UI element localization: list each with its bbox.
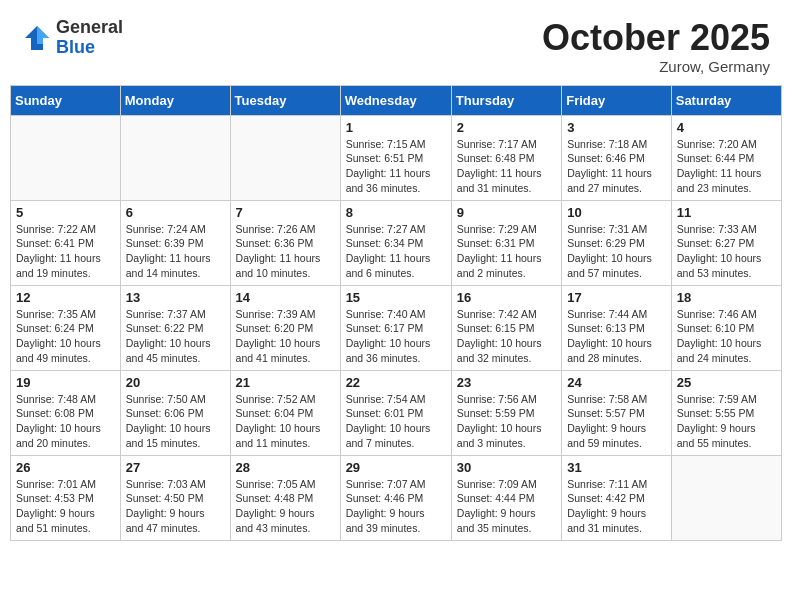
day-number: 18 — [677, 290, 776, 305]
day-number: 24 — [567, 375, 666, 390]
calendar-cell: 18Sunrise: 7:46 AM Sunset: 6:10 PM Dayli… — [671, 285, 781, 370]
column-header-sunday: Sunday — [11, 85, 121, 115]
day-info: Sunrise: 7:11 AM Sunset: 4:42 PM Dayligh… — [567, 477, 666, 536]
calendar-cell — [120, 115, 230, 200]
week-row-5: 26Sunrise: 7:01 AM Sunset: 4:53 PM Dayli… — [11, 455, 782, 540]
week-row-3: 12Sunrise: 7:35 AM Sunset: 6:24 PM Dayli… — [11, 285, 782, 370]
calendar-cell: 9Sunrise: 7:29 AM Sunset: 6:31 PM Daylig… — [451, 200, 561, 285]
calendar-cell: 22Sunrise: 7:54 AM Sunset: 6:01 PM Dayli… — [340, 370, 451, 455]
day-info: Sunrise: 7:48 AM Sunset: 6:08 PM Dayligh… — [16, 392, 115, 451]
day-info: Sunrise: 7:39 AM Sunset: 6:20 PM Dayligh… — [236, 307, 335, 366]
column-header-thursday: Thursday — [451, 85, 561, 115]
calendar-header-row: SundayMondayTuesdayWednesdayThursdayFrid… — [11, 85, 782, 115]
day-info: Sunrise: 7:44 AM Sunset: 6:13 PM Dayligh… — [567, 307, 666, 366]
day-number: 30 — [457, 460, 556, 475]
logo-icon — [22, 23, 52, 53]
day-info: Sunrise: 7:20 AM Sunset: 6:44 PM Dayligh… — [677, 137, 776, 196]
day-info: Sunrise: 7:31 AM Sunset: 6:29 PM Dayligh… — [567, 222, 666, 281]
title-block: October 2025 Zurow, Germany — [542, 18, 770, 75]
day-number: 27 — [126, 460, 225, 475]
calendar-cell — [230, 115, 340, 200]
day-info: Sunrise: 7:27 AM Sunset: 6:34 PM Dayligh… — [346, 222, 446, 281]
day-info: Sunrise: 7:35 AM Sunset: 6:24 PM Dayligh… — [16, 307, 115, 366]
day-number: 23 — [457, 375, 556, 390]
column-header-wednesday: Wednesday — [340, 85, 451, 115]
day-number: 25 — [677, 375, 776, 390]
calendar-cell: 30Sunrise: 7:09 AM Sunset: 4:44 PM Dayli… — [451, 455, 561, 540]
svg-marker-1 — [37, 26, 49, 44]
day-number: 19 — [16, 375, 115, 390]
calendar-cell: 1Sunrise: 7:15 AM Sunset: 6:51 PM Daylig… — [340, 115, 451, 200]
day-number: 4 — [677, 120, 776, 135]
calendar-cell: 10Sunrise: 7:31 AM Sunset: 6:29 PM Dayli… — [562, 200, 672, 285]
day-number: 2 — [457, 120, 556, 135]
day-info: Sunrise: 7:03 AM Sunset: 4:50 PM Dayligh… — [126, 477, 225, 536]
day-info: Sunrise: 7:18 AM Sunset: 6:46 PM Dayligh… — [567, 137, 666, 196]
day-number: 13 — [126, 290, 225, 305]
day-number: 1 — [346, 120, 446, 135]
calendar-cell: 27Sunrise: 7:03 AM Sunset: 4:50 PM Dayli… — [120, 455, 230, 540]
calendar-cell: 11Sunrise: 7:33 AM Sunset: 6:27 PM Dayli… — [671, 200, 781, 285]
column-header-tuesday: Tuesday — [230, 85, 340, 115]
calendar-cell: 20Sunrise: 7:50 AM Sunset: 6:06 PM Dayli… — [120, 370, 230, 455]
calendar-cell: 15Sunrise: 7:40 AM Sunset: 6:17 PM Dayli… — [340, 285, 451, 370]
day-number: 6 — [126, 205, 225, 220]
month-title: October 2025 — [542, 18, 770, 58]
calendar-cell: 31Sunrise: 7:11 AM Sunset: 4:42 PM Dayli… — [562, 455, 672, 540]
page-header: General Blue October 2025 Zurow, Germany — [10, 10, 782, 79]
day-number: 22 — [346, 375, 446, 390]
calendar-cell: 25Sunrise: 7:59 AM Sunset: 5:55 PM Dayli… — [671, 370, 781, 455]
calendar-cell: 29Sunrise: 7:07 AM Sunset: 4:46 PM Dayli… — [340, 455, 451, 540]
calendar-cell: 3Sunrise: 7:18 AM Sunset: 6:46 PM Daylig… — [562, 115, 672, 200]
calendar-cell: 14Sunrise: 7:39 AM Sunset: 6:20 PM Dayli… — [230, 285, 340, 370]
day-number: 26 — [16, 460, 115, 475]
calendar-cell: 17Sunrise: 7:44 AM Sunset: 6:13 PM Dayli… — [562, 285, 672, 370]
calendar-table: SundayMondayTuesdayWednesdayThursdayFrid… — [10, 85, 782, 541]
day-info: Sunrise: 7:33 AM Sunset: 6:27 PM Dayligh… — [677, 222, 776, 281]
week-row-1: 1Sunrise: 7:15 AM Sunset: 6:51 PM Daylig… — [11, 115, 782, 200]
calendar-cell: 23Sunrise: 7:56 AM Sunset: 5:59 PM Dayli… — [451, 370, 561, 455]
calendar-cell: 12Sunrise: 7:35 AM Sunset: 6:24 PM Dayli… — [11, 285, 121, 370]
day-info: Sunrise: 7:37 AM Sunset: 6:22 PM Dayligh… — [126, 307, 225, 366]
day-info: Sunrise: 7:09 AM Sunset: 4:44 PM Dayligh… — [457, 477, 556, 536]
day-number: 17 — [567, 290, 666, 305]
day-number: 11 — [677, 205, 776, 220]
calendar-cell: 6Sunrise: 7:24 AM Sunset: 6:39 PM Daylig… — [120, 200, 230, 285]
calendar-cell: 5Sunrise: 7:22 AM Sunset: 6:41 PM Daylig… — [11, 200, 121, 285]
day-info: Sunrise: 7:07 AM Sunset: 4:46 PM Dayligh… — [346, 477, 446, 536]
day-info: Sunrise: 7:26 AM Sunset: 6:36 PM Dayligh… — [236, 222, 335, 281]
column-header-monday: Monday — [120, 85, 230, 115]
logo-text: General Blue — [56, 18, 123, 58]
calendar-cell: 28Sunrise: 7:05 AM Sunset: 4:48 PM Dayli… — [230, 455, 340, 540]
day-number: 8 — [346, 205, 446, 220]
day-number: 28 — [236, 460, 335, 475]
logo-blue-text: Blue — [56, 38, 123, 58]
calendar-cell: 21Sunrise: 7:52 AM Sunset: 6:04 PM Dayli… — [230, 370, 340, 455]
day-info: Sunrise: 7:54 AM Sunset: 6:01 PM Dayligh… — [346, 392, 446, 451]
day-info: Sunrise: 7:29 AM Sunset: 6:31 PM Dayligh… — [457, 222, 556, 281]
day-info: Sunrise: 7:22 AM Sunset: 6:41 PM Dayligh… — [16, 222, 115, 281]
logo: General Blue — [22, 18, 123, 58]
day-info: Sunrise: 7:24 AM Sunset: 6:39 PM Dayligh… — [126, 222, 225, 281]
calendar-cell — [11, 115, 121, 200]
calendar-cell: 16Sunrise: 7:42 AM Sunset: 6:15 PM Dayli… — [451, 285, 561, 370]
day-number: 29 — [346, 460, 446, 475]
day-number: 14 — [236, 290, 335, 305]
day-number: 9 — [457, 205, 556, 220]
calendar-cell: 2Sunrise: 7:17 AM Sunset: 6:48 PM Daylig… — [451, 115, 561, 200]
day-info: Sunrise: 7:40 AM Sunset: 6:17 PM Dayligh… — [346, 307, 446, 366]
calendar-cell: 19Sunrise: 7:48 AM Sunset: 6:08 PM Dayli… — [11, 370, 121, 455]
day-info: Sunrise: 7:52 AM Sunset: 6:04 PM Dayligh… — [236, 392, 335, 451]
day-info: Sunrise: 7:56 AM Sunset: 5:59 PM Dayligh… — [457, 392, 556, 451]
day-number: 10 — [567, 205, 666, 220]
day-number: 21 — [236, 375, 335, 390]
day-number: 16 — [457, 290, 556, 305]
day-number: 15 — [346, 290, 446, 305]
day-info: Sunrise: 7:17 AM Sunset: 6:48 PM Dayligh… — [457, 137, 556, 196]
day-number: 7 — [236, 205, 335, 220]
week-row-4: 19Sunrise: 7:48 AM Sunset: 6:08 PM Dayli… — [11, 370, 782, 455]
day-info: Sunrise: 7:58 AM Sunset: 5:57 PM Dayligh… — [567, 392, 666, 451]
week-row-2: 5Sunrise: 7:22 AM Sunset: 6:41 PM Daylig… — [11, 200, 782, 285]
column-header-friday: Friday — [562, 85, 672, 115]
day-info: Sunrise: 7:01 AM Sunset: 4:53 PM Dayligh… — [16, 477, 115, 536]
